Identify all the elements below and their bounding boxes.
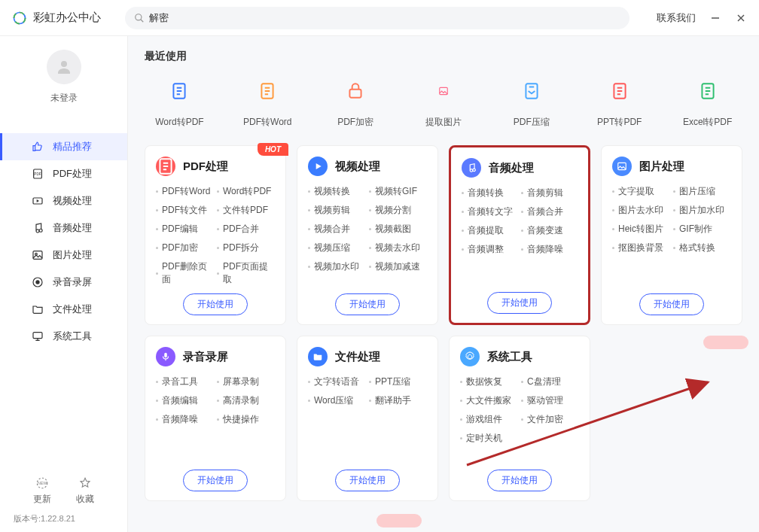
recent-title: 最近使用 <box>145 50 742 63</box>
feature-link[interactable]: 视频截图 <box>369 223 427 236</box>
feature-link[interactable]: Heic转图片 <box>612 223 670 236</box>
search-input[interactable] <box>149 12 620 23</box>
sidebar-item-5[interactable]: 录音录屏 <box>0 269 127 296</box>
start-button[interactable]: 开始使用 <box>183 293 248 315</box>
feature-link[interactable]: PPT压缩 <box>369 375 427 388</box>
sidebar-item-6[interactable]: 文件处理 <box>0 296 127 323</box>
feature-link[interactable]: 文件加密 <box>521 413 579 426</box>
user-panel[interactable]: 未登录 <box>0 36 127 115</box>
recent-item-0[interactable]: Word转PDF <box>145 74 215 129</box>
feature-link[interactable]: 音频转换 <box>462 187 518 199</box>
feature-link[interactable]: 音频降噪 <box>156 413 214 426</box>
feature-link[interactable]: 抠图换背景 <box>612 242 670 254</box>
feature-link[interactable]: 图片去水印 <box>612 204 670 217</box>
start-button[interactable]: 开始使用 <box>487 470 552 491</box>
recent-item-2[interactable]: PDF加密 <box>321 74 391 129</box>
feature-link[interactable]: 视频剪辑 <box>308 204 366 217</box>
card-icon <box>612 157 632 176</box>
feature-link[interactable]: PDF拆分 <box>217 242 275 254</box>
feature-link[interactable]: 图片压缩 <box>673 185 731 198</box>
sidebar-item-3[interactable]: 音频处理 <box>0 214 127 242</box>
feature-link[interactable]: 视频去水印 <box>369 242 427 254</box>
sidebar-item-4[interactable]: 图片处理 <box>0 242 127 269</box>
card-icon <box>462 158 481 178</box>
avatar-icon <box>47 50 81 84</box>
feature-link[interactable]: GIF制作 <box>673 223 731 236</box>
contact-us-link[interactable]: 联系我们 <box>657 11 696 25</box>
feature-link[interactable]: 音频提取 <box>462 224 518 237</box>
feature-link[interactable]: 文件转PDF <box>217 204 275 217</box>
feature-link[interactable]: PDF合并 <box>217 223 275 236</box>
card-body: 数据恢复C盘清理大文件搬家驱动管理游戏组件文件加密定时关机 <box>460 375 579 445</box>
feature-link[interactable]: 音频降噪 <box>521 243 578 256</box>
feature-link[interactable]: 大文件搬家 <box>460 394 518 407</box>
feature-link[interactable]: PDF编辑 <box>156 223 214 236</box>
feature-link[interactable]: 文字转语音 <box>308 375 366 388</box>
app-logo: 彩虹办公中心 <box>12 11 101 26</box>
minimize-button[interactable] <box>709 12 721 24</box>
svg-rect-16 <box>33 333 42 339</box>
recent-row: Word转PDFPDF转WordPDF加密提取图片PDF压缩PPT转PDFExc… <box>145 74 742 129</box>
feature-link[interactable]: 视频合并 <box>308 223 366 236</box>
feature-link[interactable]: 录音工具 <box>156 375 214 388</box>
sidebar-item-2[interactable]: 视频处理 <box>0 187 127 214</box>
feature-link[interactable]: 高清录制 <box>217 394 275 407</box>
sidebar-item-1[interactable]: PDFPDF处理 <box>0 160 127 187</box>
feature-link[interactable]: 视频加水印 <box>308 260 366 273</box>
titlebar: 彩虹办公中心 联系我们 <box>0 0 759 36</box>
start-button[interactable]: 开始使用 <box>639 293 704 315</box>
feature-link[interactable]: 音频转文字 <box>462 205 518 218</box>
sidebar-item-0[interactable]: 精品推荐 <box>0 133 127 160</box>
feature-link[interactable]: PDF加密 <box>156 242 214 254</box>
start-button[interactable]: 开始使用 <box>335 293 400 315</box>
feature-link[interactable]: PDF页面提取 <box>217 260 275 286</box>
feature-link[interactable]: PDF转文件 <box>156 204 214 217</box>
feature-link[interactable]: 格式转换 <box>673 242 731 254</box>
svg-text:PDF: PDF <box>34 172 41 176</box>
thumb-up-icon <box>32 141 44 153</box>
favorite-button[interactable]: 收藏 <box>76 476 94 506</box>
feature-link[interactable]: 视频转GIF <box>369 185 427 198</box>
feature-link[interactable]: C盘清理 <box>521 375 579 388</box>
feature-link[interactable]: 音频合并 <box>521 205 578 218</box>
feature-link[interactable]: 翻译助手 <box>369 394 427 407</box>
feature-link[interactable]: 文字提取 <box>612 185 670 198</box>
feature-link[interactable]: 音频变速 <box>521 224 578 237</box>
feature-link[interactable]: 音频剪辑 <box>521 187 578 199</box>
feature-link[interactable]: Word压缩 <box>308 394 366 407</box>
sidebar-item-label: 音频处理 <box>53 221 92 235</box>
feature-link[interactable]: 快捷操作 <box>217 413 275 426</box>
start-button[interactable]: 开始使用 <box>183 470 248 491</box>
feature-link[interactable]: 游戏组件 <box>460 413 518 426</box>
recent-item-6[interactable]: Excel转PDF <box>672 74 742 129</box>
feature-link[interactable]: 图片加水印 <box>673 204 731 217</box>
feature-link[interactable]: 驱动管理 <box>521 394 579 407</box>
feature-link[interactable]: 视频加减速 <box>369 260 427 273</box>
new-icon: NEW <box>35 476 49 490</box>
card-header: 视频处理 <box>308 157 427 176</box>
card-header: PDF处理 <box>156 157 275 176</box>
feature-link[interactable]: 视频分割 <box>369 204 427 217</box>
search-icon <box>134 13 145 23</box>
sidebar-item-label: 文件处理 <box>53 302 92 316</box>
feature-link[interactable]: 视频压缩 <box>308 242 366 254</box>
recent-item-1[interactable]: PDF转Word <box>233 74 303 129</box>
feature-link[interactable]: 音频编辑 <box>156 394 214 407</box>
feature-link[interactable]: 定时关机 <box>460 432 518 445</box>
recent-item-3[interactable]: 提取图片 <box>409 74 479 129</box>
update-button[interactable]: NEW 更新 <box>33 476 51 506</box>
search-box[interactable] <box>125 7 629 29</box>
feature-link[interactable]: 视频转换 <box>308 185 366 198</box>
sidebar-item-7[interactable]: 系统工具 <box>0 323 127 350</box>
feature-link[interactable]: PDF转Word <box>156 185 214 198</box>
feature-link[interactable]: PDF删除页面 <box>156 260 214 286</box>
feature-link[interactable]: 屏幕录制 <box>217 375 275 388</box>
start-button[interactable]: 开始使用 <box>487 292 552 314</box>
feature-link[interactable]: Word转PDF <box>217 185 275 198</box>
close-button[interactable] <box>735 12 747 24</box>
recent-item-5[interactable]: PPT转PDF <box>584 74 654 129</box>
start-button[interactable]: 开始使用 <box>335 470 400 491</box>
feature-link[interactable]: 音频调整 <box>462 243 518 256</box>
feature-link[interactable]: 数据恢复 <box>460 375 518 388</box>
recent-item-4[interactable]: PDF压缩 <box>496 74 566 129</box>
